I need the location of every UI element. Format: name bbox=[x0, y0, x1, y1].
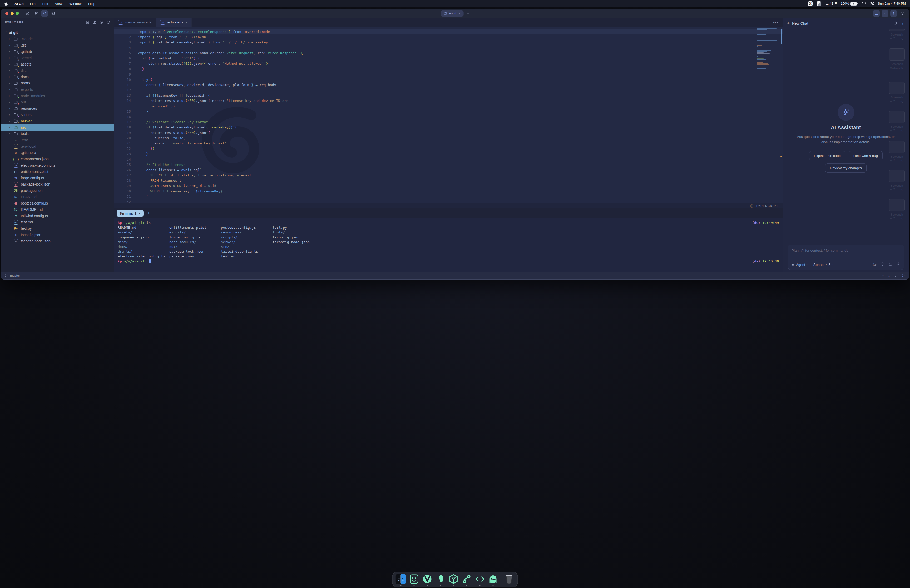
workspace-tab[interactable]: ai-git × bbox=[441, 10, 455, 16]
chevron-right-icon: › bbox=[9, 56, 13, 60]
home-icon[interactable] bbox=[24, 10, 31, 17]
tree-item-tailwind-config-ts[interactable]: ≈tailwind.config.ts bbox=[1, 213, 114, 219]
code-line: 28 FROM licenses l bbox=[114, 178, 455, 183]
code-editor[interactable]: 1import type { VercelRequest, VercelResp… bbox=[114, 27, 455, 203]
zoom-window-button[interactable] bbox=[16, 12, 19, 15]
terminal-tab-close-icon[interactable]: × bbox=[139, 212, 141, 215]
tree-item--claude[interactable]: ›.claude bbox=[1, 36, 114, 42]
tree-item-package-lock-json[interactable]: {}package-lock.json bbox=[1, 181, 114, 187]
refresh-explorer-icon[interactable] bbox=[106, 20, 110, 25]
folder-icon bbox=[13, 87, 18, 92]
editor-tab-merge-service-ts[interactable]: TSmerge.service.ts bbox=[114, 18, 156, 27]
file-type-icon: ▢ bbox=[14, 170, 17, 173]
close-window-button[interactable] bbox=[5, 12, 8, 15]
chevron-right-icon: › bbox=[9, 50, 13, 53]
code-text: import { validateLicenseKeyFormat } from… bbox=[136, 40, 270, 45]
terminal-tab[interactable]: Terminal 1 × bbox=[116, 210, 144, 217]
menu-item-view[interactable]: View bbox=[55, 2, 62, 6]
tree-item--env-local[interactable]: ≡.env.local bbox=[1, 143, 114, 150]
code-text: if (!validateLicenseKeyFormat(licenseKey… bbox=[136, 125, 237, 130]
apple-logo-icon[interactable] bbox=[4, 2, 8, 6]
code-text: import { sql } from '../../lib/db' bbox=[136, 34, 208, 40]
current-branch-label[interactable]: master bbox=[10, 274, 20, 278]
tree-item-test-md[interactable]: M↓test.md bbox=[1, 219, 114, 225]
tab-close-icon[interactable]: × bbox=[185, 20, 187, 24]
code-lines: 1import type { VercelRequest, VercelResp… bbox=[114, 29, 455, 203]
tree-item-out[interactable]: ›■out bbox=[1, 99, 114, 105]
tree-item-tools[interactable]: ›tools bbox=[1, 131, 114, 137]
terminal-ls-entry: dist/ bbox=[118, 240, 169, 244]
git-graph-icon[interactable] bbox=[33, 10, 39, 17]
file-type-icon: M↓ bbox=[14, 220, 18, 225]
tree-item-tsconfig-json[interactable]: {}tsconfig.json bbox=[1, 232, 114, 238]
file-icon: ≡ bbox=[13, 144, 18, 149]
menu-item-window[interactable]: Window bbox=[69, 2, 81, 6]
tree-item-drafts[interactable]: ›drafts bbox=[1, 80, 114, 86]
tree-item--env[interactable]: ≡.env bbox=[1, 137, 114, 143]
menubar-app-name[interactable]: AI Git bbox=[15, 2, 24, 6]
chevron-right-icon: › bbox=[9, 100, 13, 104]
tree-item-forge-config-ts[interactable]: TSforge.config.ts bbox=[1, 175, 114, 181]
tree-item-readme-md[interactable]: ⓘREADME.md bbox=[1, 206, 114, 213]
code-view-icon[interactable] bbox=[41, 10, 48, 17]
tree-item-src[interactable]: ›‹›src bbox=[1, 124, 114, 131]
tree-item-server[interactable]: ›≡server bbox=[1, 118, 114, 124]
tree-item--github[interactable]: ›●.github bbox=[1, 48, 114, 55]
terminal-view-icon[interactable] bbox=[50, 10, 57, 17]
line-number: 9 bbox=[114, 72, 136, 77]
tree-item-resources[interactable]: ›resources bbox=[1, 105, 114, 111]
terminal-panel[interactable]: kp ~/W/ai-git ls(ds) 19:40:49README.mden… bbox=[114, 218, 455, 272]
tree-item-label: PLAN.md bbox=[21, 195, 37, 199]
tree-item--gitignore[interactable]: ◇.gitignore bbox=[1, 150, 114, 156]
chevron-right-icon: › bbox=[9, 44, 13, 47]
minimize-window-button[interactable] bbox=[11, 12, 14, 15]
reveal-file-icon[interactable] bbox=[99, 20, 103, 25]
menu-item-help[interactable]: Help bbox=[88, 2, 95, 6]
tree-item-assets[interactable]: ›▲assets bbox=[1, 61, 114, 67]
terminal-ls-entry: tsconfig.node.json bbox=[273, 240, 324, 244]
tree-item--vercel[interactable]: ›▲.vercel bbox=[1, 55, 114, 61]
tree-item-node-modules[interactable]: ›●node_modules bbox=[1, 93, 114, 99]
tree-item--git[interactable]: ›●.git bbox=[1, 42, 114, 48]
tree-item-electron-vite-config-ts[interactable]: TSelectron.vite.config.ts bbox=[1, 162, 114, 168]
new-terminal-button[interactable]: + bbox=[147, 210, 150, 216]
new-folder-icon[interactable] bbox=[92, 20, 96, 25]
folder-icon: ● bbox=[13, 43, 18, 48]
terminal-ls-entry: test.py bbox=[273, 225, 324, 230]
tree-item-docs[interactable]: ›■docs bbox=[1, 74, 114, 80]
code-text bbox=[136, 114, 138, 120]
explorer-title: EXPLORER bbox=[5, 21, 24, 24]
tree-item-label: package-lock.json bbox=[21, 182, 50, 186]
tree-item-label: test.py bbox=[21, 226, 32, 231]
tree-item-components-json[interactable]: {…}components.json bbox=[1, 156, 114, 162]
tree-item-dist[interactable]: ›■dist bbox=[1, 67, 114, 74]
tree-item-plan-md[interactable]: M↓PLAN.md bbox=[1, 194, 114, 200]
code-text bbox=[136, 157, 138, 162]
status-bar: master ↑ ↓ bbox=[1, 271, 455, 279]
file-icon: TS bbox=[13, 176, 18, 180]
file-type-icon: ⓘ bbox=[14, 207, 18, 212]
code-text: if (!licenseKey || !deviceId) { bbox=[136, 93, 210, 98]
tree-item-scripts[interactable]: ›●scripts bbox=[1, 111, 114, 118]
tree-item-exports[interactable]: ›exports bbox=[1, 86, 114, 93]
tree-item-tsconfig-node-json[interactable]: {}tsconfig.node.json bbox=[1, 238, 114, 244]
folder-icon: ≡ bbox=[13, 119, 18, 123]
tree-item-test-py[interactable]: Pytest.py bbox=[1, 225, 114, 232]
menu-item-file[interactable]: File bbox=[30, 2, 36, 6]
chevron-right-icon: › bbox=[9, 126, 13, 129]
menu-item-edit[interactable]: Edit bbox=[42, 2, 48, 6]
editor-tab-activate-ts[interactable]: TSactivate.ts× bbox=[156, 18, 192, 27]
chevron-right-icon: › bbox=[9, 81, 13, 85]
tree-items: ›.claude›●.git›●.github›▲.vercel›▲assets… bbox=[1, 36, 114, 244]
tree-item-postcss-config-js[interactable]: ◉postcss.config.js bbox=[1, 200, 114, 206]
line-number: 30 bbox=[114, 189, 136, 194]
new-file-icon[interactable] bbox=[86, 20, 89, 25]
file-icon: ◉ bbox=[13, 201, 18, 205]
tree-root-item[interactable]: › ai-git bbox=[1, 29, 114, 36]
tree-item-package-json[interactable]: JSpackage.json bbox=[1, 187, 114, 194]
code-line: 27 SELECT l.id, l.status, l.max_activati… bbox=[114, 173, 455, 178]
line-number: 16 bbox=[114, 114, 136, 120]
tree-item-entitlements-plist[interactable]: ▢entitlements.plist bbox=[1, 168, 114, 175]
line-number: 29 bbox=[114, 183, 136, 189]
terminal-ls-entry: tailwind.config.ts bbox=[221, 249, 273, 254]
